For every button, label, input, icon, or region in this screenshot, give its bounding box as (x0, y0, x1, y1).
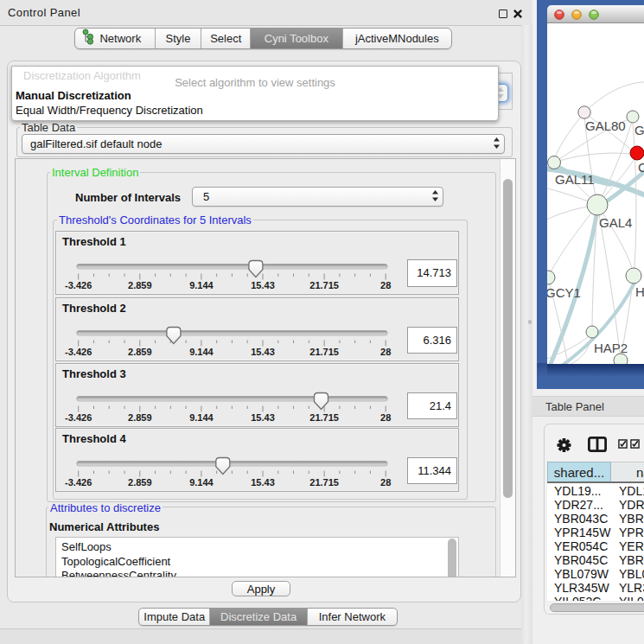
svg-text:GCY1: GCY1 (547, 285, 581, 300)
svg-text:9.144: 9.144 (189, 280, 214, 290)
svg-text:21.715: 21.715 (309, 347, 339, 357)
svg-text:HAP2: HAP2 (594, 341, 628, 355)
svg-text:GAL11: GAL11 (555, 172, 595, 187)
svg-text:C: C (638, 160, 644, 175)
svg-text:15.43: 15.43 (251, 477, 275, 488)
svg-text:21.715: 21.715 (309, 412, 339, 423)
svg-text:9.144: 9.144 (189, 412, 214, 423)
svg-text:21.715: 21.715 (309, 280, 339, 290)
svg-text:28: 28 (380, 412, 391, 423)
svg-text:2.859: 2.859 (128, 412, 152, 423)
svg-text:21.715: 21.715 (309, 477, 339, 488)
svg-text:-3.426: -3.426 (65, 477, 92, 488)
svg-text:-3.426: -3.426 (65, 347, 92, 357)
svg-text:28: 28 (380, 347, 391, 357)
svg-text:28: 28 (380, 477, 391, 488)
svg-text:H: H (635, 284, 644, 299)
svg-text:9.144: 9.144 (189, 347, 214, 357)
svg-text:2.859: 2.859 (128, 477, 152, 488)
svg-text:GAL4: GAL4 (599, 215, 632, 230)
svg-text:15.43: 15.43 (251, 347, 275, 357)
svg-text:GAL80: GAL80 (585, 118, 626, 133)
svg-text:GA: GA (634, 123, 644, 137)
svg-text:15.43: 15.43 (251, 412, 275, 423)
svg-text:28: 28 (380, 280, 391, 290)
svg-text:15.43: 15.43 (251, 280, 275, 290)
svg-text:2.859: 2.859 (128, 347, 152, 357)
svg-text:-3.426: -3.426 (65, 412, 92, 423)
svg-text:-3.426: -3.426 (65, 280, 92, 290)
svg-text:9.144: 9.144 (189, 477, 214, 488)
svg-text:2.859: 2.859 (128, 280, 152, 290)
